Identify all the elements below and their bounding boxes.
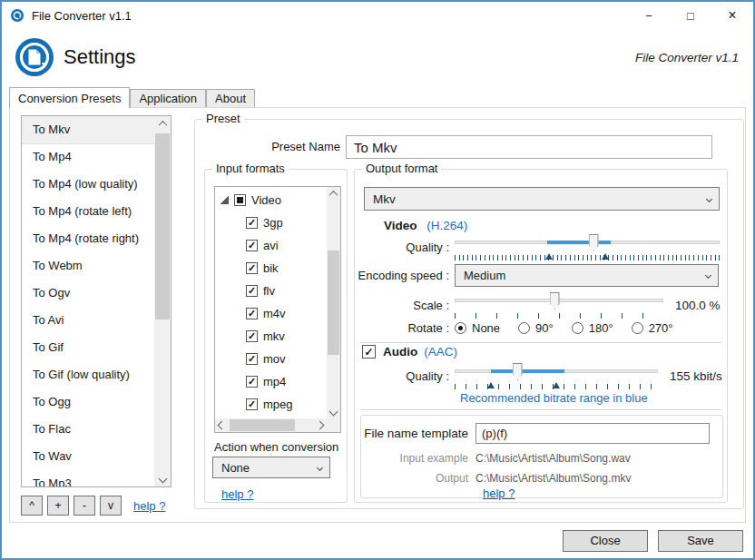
audio-filename-separator [360, 409, 721, 410]
file-template-input[interactable] [476, 423, 710, 444]
tab[interactable]: About [206, 89, 255, 107]
bitrate-note: Recommended bitrate range in blue [460, 391, 648, 405]
format-checkbox[interactable] [246, 262, 258, 274]
preset-list-item[interactable]: To Flac [22, 416, 154, 443]
format-checkbox[interactable] [246, 353, 258, 365]
slider-thumb[interactable] [513, 363, 523, 380]
move-preset-up-button[interactable]: ^ [21, 496, 43, 516]
range-marker-high [553, 382, 560, 388]
tree-horizontal-scrollbar[interactable] [215, 418, 327, 432]
preset-list-item[interactable]: To Mp4 [22, 143, 154, 171]
encoding-speed-label: Encoding speed : [355, 269, 455, 282]
conversion-action-select[interactable]: None [212, 457, 330, 478]
header: Settings File Converter v1.1 [2, 29, 753, 85]
preset-list-item[interactable]: To Mp4 (rotate right) [22, 225, 154, 252]
tree-format-row[interactable]: 3gp [215, 211, 327, 234]
tree-format-row[interactable]: avi [215, 234, 327, 257]
expander-icon[interactable] [221, 196, 229, 204]
range-marker-low [545, 253, 553, 260]
video-quality-slider[interactable] [455, 233, 720, 260]
encoding-speed-select[interactable]: Medium [455, 264, 719, 287]
audio-quality-slider[interactable] [455, 362, 658, 389]
rotate-radio-option[interactable]: 180° [572, 321, 613, 335]
presets-help-link[interactable]: help ? [133, 499, 165, 513]
format-checkbox[interactable] [246, 217, 258, 229]
rotate-radio-option[interactable]: 90° [518, 321, 554, 335]
format-checkbox[interactable] [246, 308, 258, 319]
tab[interactable]: Application [130, 89, 206, 107]
tab[interactable]: Conversion Presets [9, 87, 130, 108]
video-category-checkbox[interactable] [234, 194, 246, 206]
video-quality-row: Quality : [355, 233, 727, 260]
scroll-down-icon[interactable] [154, 471, 171, 486]
format-checkbox[interactable] [246, 285, 258, 297]
tree-format-row[interactable]: m4v [215, 302, 327, 325]
tree-format-row[interactable]: flv [215, 280, 327, 302]
tree-root-row[interactable]: Video [215, 189, 327, 211]
audio-enabled-checkbox[interactable] [362, 345, 376, 359]
tree-format-row[interactable]: mkv [215, 325, 327, 348]
preset-list-item[interactable]: To Wav [22, 443, 154, 470]
scale-slider[interactable] [455, 291, 663, 319]
maximize-icon[interactable]: □ [670, 2, 711, 29]
tree-format-row[interactable]: bik [215, 257, 327, 280]
file-naming-box: File name template Input example C:\Musi… [360, 415, 723, 498]
preset-list-item[interactable]: To Mp3 [22, 470, 154, 486]
preset-name-input[interactable] [346, 135, 712, 159]
input-formats-groupbox: Input formats Video [204, 169, 348, 503]
file-naming-help-link[interactable]: help ? [483, 486, 515, 500]
slider-thumb[interactable] [589, 234, 599, 251]
scroll-right-icon[interactable] [313, 418, 327, 432]
preset-list-item[interactable]: To Ogg [22, 388, 154, 416]
scrollbar-thumb[interactable] [230, 419, 295, 431]
radio-icon[interactable] [632, 322, 643, 334]
audio-quality-label: Quality : [355, 369, 455, 383]
output-container-select[interactable]: Mkv [364, 187, 720, 211]
close-button[interactable]: Close [563, 530, 648, 552]
range-marker-high [602, 253, 609, 260]
scrollbar-thumb[interactable] [155, 133, 170, 319]
scroll-down-icon[interactable] [327, 405, 340, 418]
output-container-value: Mkv [373, 192, 396, 206]
scroll-up-icon[interactable] [327, 187, 340, 201]
preset-list-item[interactable]: To Mp4 (low quality) [22, 171, 154, 198]
footer: Close Save [2, 523, 753, 558]
format-checkbox[interactable] [246, 240, 258, 251]
preset-list-item[interactable]: To Ogv [22, 280, 154, 307]
tree-root-label: Video [251, 193, 281, 207]
tree-vertical-scrollbar[interactable] [327, 187, 340, 418]
remove-preset-button[interactable]: - [74, 496, 95, 516]
radio-icon[interactable] [572, 322, 583, 334]
tree-format-row[interactable]: mpeg [215, 393, 327, 416]
tree-format-row[interactable]: mov [215, 348, 327, 370]
radio-icon[interactable] [455, 322, 466, 334]
input-formats-help-link[interactable]: help ? [221, 487, 253, 501]
format-checkbox[interactable] [246, 376, 258, 388]
format-checkbox[interactable] [246, 398, 258, 410]
rotate-radio-option[interactable]: None [455, 321, 500, 335]
preset-list-item[interactable]: To Gif (low quality) [22, 361, 154, 388]
radio-icon[interactable] [518, 322, 530, 334]
save-button[interactable]: Save [658, 530, 743, 552]
rotate-radio-option[interactable]: 270° [632, 321, 673, 335]
move-preset-down-button[interactable]: v [100, 496, 122, 516]
preset-list-scrollbar[interactable] [154, 116, 171, 486]
scrollbar-thumb[interactable] [328, 251, 339, 355]
scrollbar-corner [327, 418, 340, 432]
preset-list: To Mkv To Mp4 To Mp4 (low quality) To Mp… [21, 115, 172, 487]
preset-list-item[interactable]: To Gif [22, 334, 154, 361]
slider-thumb[interactable] [550, 292, 560, 309]
format-checkbox[interactable] [246, 330, 258, 342]
page-title: Settings [64, 45, 136, 69]
preset-list-item[interactable]: To Mkv [22, 116, 154, 143]
minimize-icon[interactable]: − [628, 2, 670, 29]
scroll-up-icon[interactable] [154, 116, 171, 132]
add-preset-button[interactable]: + [47, 496, 69, 516]
preset-list-item[interactable]: To Webm [22, 252, 154, 280]
audio-title: Audio [383, 345, 417, 359]
close-icon[interactable]: × [711, 2, 753, 29]
preset-list-item[interactable]: To Avi [22, 307, 154, 334]
tree-format-row[interactable]: mp4 [215, 370, 327, 393]
scroll-left-icon[interactable] [215, 418, 229, 432]
preset-list-item[interactable]: To Mp4 (rotate left) [22, 198, 154, 225]
